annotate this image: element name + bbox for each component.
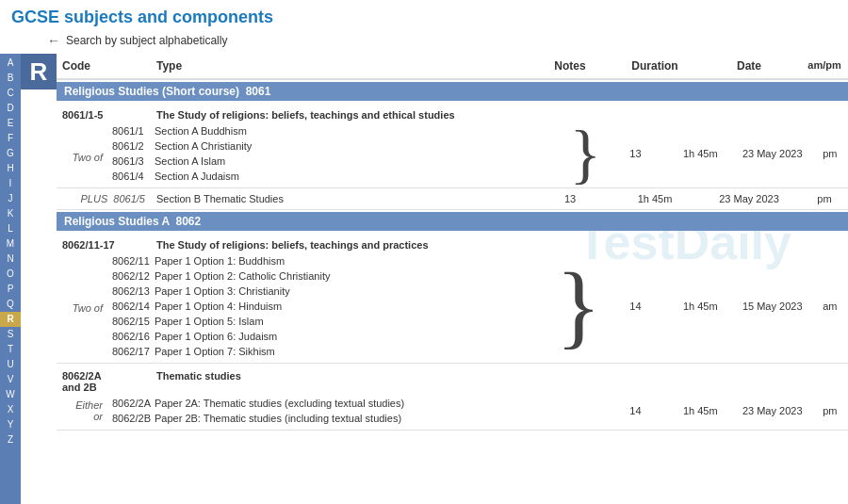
type-8062-12: Paper 1 Option 2: Catholic Christianity	[151, 269, 554, 283]
code-8062-12: 8062/12	[108, 269, 151, 283]
type-8062-14: Paper 1 Option 4: Hinduism	[151, 300, 554, 313]
two-of-label-1: Two of	[57, 144, 108, 163]
sidebar-letter-e[interactable]: E	[0, 116, 21, 131]
group-8061-1-5: 8061/1-5 The Study of religions: beliefs…	[57, 103, 848, 188]
sidebar-letter-o[interactable]: O	[0, 267, 21, 282]
notes-8062-11-17: 14	[603, 301, 668, 312]
sidebar-letter-q[interactable]: Q	[0, 297, 21, 312]
code-8061-4: 8061/4	[108, 170, 151, 183]
sidebar-letter-g[interactable]: G	[0, 146, 21, 161]
r-badge: R	[21, 54, 57, 89]
code-8062-2a: 8062/2A	[108, 397, 151, 410]
header-date: Date	[697, 57, 801, 74]
notes-8061-5: 13	[528, 193, 612, 204]
header-ampm: am/pm	[801, 57, 848, 74]
ampm-8061-5: pm	[801, 193, 848, 204]
group-8061-5: PLUS 8061/5 Section B Thematic Studies 1…	[57, 188, 848, 210]
sidebar-letter-x[interactable]: X	[0, 402, 21, 417]
date-8062-11-17: 15 May 2023	[733, 301, 812, 312]
sidebar-letter-t[interactable]: T	[0, 342, 21, 357]
alphabet-sidebar: A B C D E F G H I J K L M N O P Q R S T …	[0, 54, 21, 504]
code-8062-13: 8062/13	[108, 285, 151, 298]
sidebar-letter-f[interactable]: F	[0, 131, 21, 146]
sidebar-letter-i[interactable]: I	[0, 176, 21, 191]
sidebar-letter-a[interactable]: A	[0, 56, 21, 71]
code-8062-11-17: 8062/11-17	[57, 238, 151, 252]
row-8062-2a-2b-header: 8062/2Aand 2B Thematic studies	[57, 367, 848, 396]
type-8061-1: Section A Buddhism	[151, 124, 567, 138]
row-8062-13: 8062/13 Paper 1 Option 3: Christianity	[108, 284, 554, 299]
code-8061-2: 8061/2	[108, 139, 151, 153]
row-8061-3: 8061/3 Section A Islam	[108, 154, 567, 169]
sidebar-letter-k[interactable]: K	[0, 206, 21, 221]
sidebar-letter-v[interactable]: V	[0, 372, 21, 387]
type-8061-4: Section A Judaism	[151, 170, 567, 183]
code-8061-3: 8061/3	[108, 154, 151, 168]
sidebar-letter-n[interactable]: N	[0, 252, 21, 267]
type-8061-3: Section A Islam	[151, 154, 567, 168]
ampm-8061-1-5: pm	[812, 148, 848, 159]
section-religious-studies-short: Religious Studies (Short course) 8061 80…	[57, 82, 848, 210]
row-8062-2a: 8062/2A Paper 2A: Thematic studies (excl…	[108, 396, 603, 411]
sidebar-letter-s[interactable]: S	[0, 327, 21, 342]
type-8062-2b: Paper 2B: Thematic studies (including te…	[151, 412, 603, 425]
header-type: Type	[151, 57, 528, 74]
sidebar-letter-b[interactable]: B	[0, 71, 21, 86]
sidebar-letter-r[interactable]: R	[0, 312, 21, 327]
code-8062-2b: 8062/2B	[108, 412, 151, 425]
notes-8061-1-5: 13	[603, 148, 668, 159]
table-header: Code Type Notes Duration Date am/pm	[57, 54, 848, 80]
date-8062-2a-2b: 23 May 2023	[733, 405, 812, 416]
sidebar-letter-j[interactable]: J	[0, 191, 21, 206]
sidebar-letter-m[interactable]: M	[0, 236, 21, 252]
code-8062-15: 8062/15	[108, 315, 151, 328]
section-religious-studies-a: Religious Studies A 8062 8062/11-17 The …	[57, 212, 848, 431]
code-8061-1-5: 8061/1-5	[57, 108, 151, 122]
row-8061-1-5-header: 8061/1-5 The Study of religions: beliefs…	[57, 106, 848, 123]
duration-8062-11-17: 1h 45m	[668, 301, 733, 312]
code-8062-2a-2b: 8062/2Aand 2B	[57, 369, 151, 394]
page-title: GCSE subjects and components	[0, 0, 848, 31]
brace-8062: }	[554, 263, 603, 350]
sidebar-letter-d[interactable]: D	[0, 101, 21, 116]
sidebar-letter-p[interactable]: P	[0, 282, 21, 297]
type-8061-1-5: The Study of religions: beliefs, teachin…	[151, 108, 528, 122]
row-8062-15: 8062/15 Paper 1 Option 5: Islam	[108, 314, 554, 329]
row-8061-4: 8061/4 Section A Judaism	[108, 169, 567, 184]
sidebar-letter-c[interactable]: C	[0, 86, 21, 101]
type-8062-17: Paper 1 Option 7: Sikhism	[151, 345, 554, 358]
ampm-8062-2a-2b: pm	[812, 405, 848, 416]
ampm-8062-11-17: am	[812, 301, 848, 312]
code-8062-11: 8062/11	[108, 254, 151, 268]
plus-label: PLUS 8061/5	[57, 193, 151, 204]
sidebar-letter-h[interactable]: H	[0, 161, 21, 176]
section-header-a: Religious Studies A 8062	[57, 212, 848, 231]
row-8062-11: 8062/11 Paper 1 Option 1: Buddhism	[108, 253, 554, 268]
sidebar-letter-w[interactable]: W	[0, 387, 21, 402]
code-8061-1: 8061/1	[108, 124, 151, 138]
row-8062-14: 8062/14 Paper 1 Option 4: Hinduism	[108, 299, 554, 314]
type-8062-2a-2b: Thematic studies	[151, 369, 528, 394]
sidebar-letter-z[interactable]: Z	[0, 432, 21, 447]
date-8061-5: 23 May 2023	[697, 193, 801, 204]
sidebar-letter-y[interactable]: Y	[0, 417, 21, 432]
row-8062-2b: 8062/2B Paper 2B: Thematic studies (incl…	[108, 411, 603, 426]
main-container: A B C D E F G H I J K L M N O P Q R S T …	[0, 54, 848, 504]
row-8062-17: 8062/17 Paper 1 Option 7: Sikhism	[108, 344, 554, 359]
type-8061-5: Section B Thematic Studies	[151, 192, 528, 205]
row-8062-16: 8062/16 Paper 1 Option 6: Judaism	[108, 329, 554, 344]
either-or-label: Eitheror	[57, 399, 108, 422]
code-8062-14: 8062/14	[108, 300, 151, 313]
search-bar[interactable]: ← Search by subject alphabetically	[0, 31, 848, 54]
type-8062-13: Paper 1 Option 3: Christianity	[151, 285, 554, 298]
type-8062-15: Paper 1 Option 5: Islam	[151, 315, 554, 328]
sidebar-letter-l[interactable]: L	[0, 221, 21, 236]
type-8061-2: Section A Christianity	[151, 139, 567, 153]
group-8062-11-17: 8062/11-17 The Study of religions: belie…	[57, 233, 848, 364]
search-label: Search by subject alphabetically	[66, 34, 227, 47]
row-8062-11-17-header: 8062/11-17 The Study of religions: belie…	[57, 236, 848, 253]
date-8061-1-5: 23 May 2023	[733, 148, 812, 159]
section-header-short: Religious Studies (Short course) 8061	[57, 82, 848, 101]
sidebar-letter-u[interactable]: U	[0, 357, 21, 372]
code-8062-17: 8062/17	[108, 345, 151, 358]
